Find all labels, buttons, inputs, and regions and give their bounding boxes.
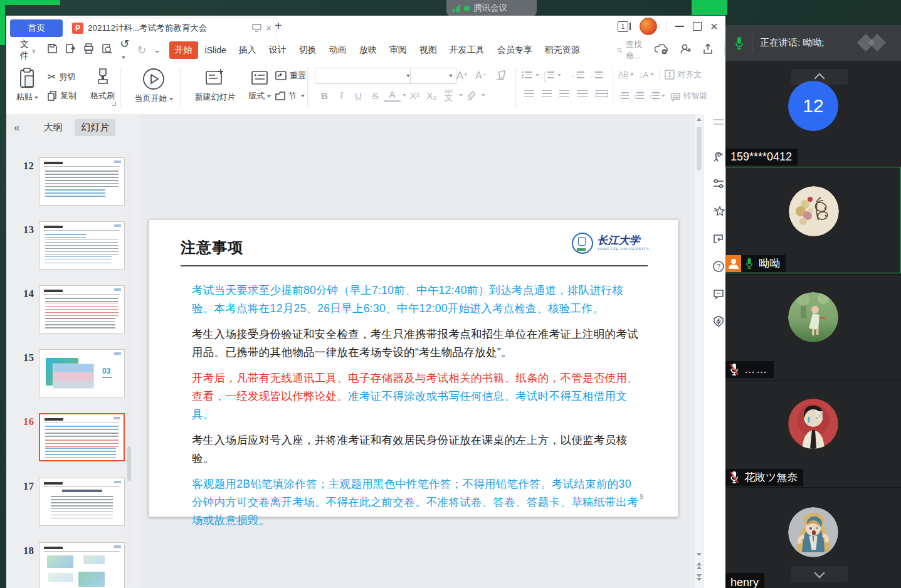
text-direction-button[interactable]: AB (618, 70, 634, 79)
account-avatar[interactable] (640, 18, 657, 35)
align-text-button[interactable]: 对齐文 (665, 69, 702, 80)
scroll-down-arrow[interactable] (697, 553, 702, 556)
desktop-meeting-pill[interactable]: 腾讯会议 (446, 0, 537, 16)
participant-tile-2-speaking[interactable]: 呦呦 (725, 167, 901, 273)
underline-button[interactable]: U (350, 88, 367, 103)
layout-button[interactable]: 版式 (246, 68, 273, 102)
close-button[interactable]: × (710, 20, 718, 33)
undo-button[interactable]: ↺ (116, 37, 133, 64)
slide-thumb-16-selected[interactable]: 16 (10, 413, 125, 461)
collapse-panel-icon[interactable]: « (14, 122, 19, 134)
slides-tab[interactable]: 幻灯片 (75, 119, 115, 136)
pinyin-guide-button[interactable]: wén文 (440, 88, 457, 103)
para-space-remove-button[interactable]: ↨ (634, 92, 645, 100)
participant-tile-3[interactable]: …… (725, 274, 901, 380)
numbered-list-button[interactable]: 123 (544, 71, 561, 79)
align-right-button[interactable] (559, 90, 569, 98)
print-button[interactable] (80, 43, 98, 57)
tab-transition[interactable]: 切换 (293, 41, 322, 59)
slide-page[interactable]: 注意事项 长江大学 YANGTZE UNIVERSITY 考试当天要求至少提前8… (149, 219, 678, 517)
cut-button[interactable]: ✂ 剪切 (48, 71, 75, 83)
clear-format-icon[interactable] (493, 68, 510, 83)
slide-thumb-15[interactable]: 15 03 (10, 349, 125, 397)
tab-animation[interactable]: 动画 (324, 41, 352, 59)
format-painter-button[interactable]: 格式刷 (90, 68, 115, 102)
align-left-button[interactable] (524, 90, 534, 98)
paste-button[interactable]: 粘贴 (16, 68, 38, 103)
decrease-font-button[interactable]: A⁻ (473, 68, 490, 83)
export-button[interactable] (61, 43, 80, 57)
tab-review[interactable]: 审阅 (384, 41, 413, 59)
outline-tab[interactable]: 大纲 (37, 119, 68, 136)
font-color-button[interactable]: A (384, 88, 401, 102)
tab-view[interactable]: 视图 (414, 41, 443, 59)
font-name-combo[interactable] (315, 68, 414, 84)
reset-button[interactable]: 重置 (275, 70, 306, 81)
participant-tile-5[interactable]: henry (725, 487, 901, 588)
scrollbar-thumb[interactable] (697, 127, 702, 171)
new-slide-button[interactable]: 新建幻灯片 (188, 68, 242, 103)
increase-indent-button[interactable]: → (589, 71, 603, 79)
slide-thumb-12[interactable]: 12 (10, 157, 125, 206)
font-size-combo[interactable] (410, 68, 456, 84)
share-icon[interactable] (702, 43, 714, 57)
document-tab[interactable]: P 202112计科...考试考前教育大会 × (66, 17, 277, 38)
italic-button[interactable]: I (333, 88, 350, 103)
next-slide-button[interactable] (695, 574, 703, 581)
tab-start[interactable]: 开始 (169, 41, 198, 59)
line-spacing-button[interactable]: ↕ (649, 92, 665, 100)
participant-tile-1[interactable]: 12 159****0412 (725, 61, 901, 167)
scroll-up-arrow[interactable] (697, 118, 702, 121)
tab-docer[interactable]: 稻壳资源 (539, 41, 586, 59)
strip-handle[interactable] (714, 119, 724, 125)
bold-button[interactable]: B (316, 88, 333, 103)
distribute-button[interactable] (596, 90, 608, 98)
superscript-button[interactable]: X² (406, 88, 423, 103)
customize-toolbar-icon[interactable]: ⌄ (150, 46, 164, 55)
align-center-button[interactable] (542, 90, 552, 98)
slide-thumb-14[interactable]: 14 (10, 285, 125, 333)
slide-thumb-17[interactable]: 17 (10, 478, 125, 526)
close-tab-icon[interactable]: × (266, 23, 271, 33)
doc-count-indicator[interactable]: 1 (618, 21, 631, 32)
tab-devtools[interactable]: 开发工具 (444, 41, 490, 59)
tab-member[interactable]: 会员专享 (492, 41, 538, 59)
canvas-scrollbar[interactable] (695, 114, 703, 588)
para-space-add-button[interactable]: ↕ (618, 92, 629, 100)
section-button[interactable]: 节 (275, 90, 305, 102)
vertical-text-button[interactable]: ↓A (639, 70, 654, 80)
to-smart-doc-button[interactable]: 转智能 (670, 90, 708, 102)
copy-button[interactable]: 复制 (48, 90, 76, 102)
find-command[interactable]: 查找命... (617, 39, 645, 61)
justify-button[interactable] (577, 90, 588, 98)
thumbs-scrollbar[interactable] (127, 152, 132, 584)
present-screen-icon[interactable] (252, 24, 261, 32)
increase-font-button[interactable]: A⁺ (454, 68, 471, 83)
save-button[interactable] (43, 43, 61, 57)
maximize-button[interactable] (693, 22, 702, 31)
decrease-indent-button[interactable]: ← (571, 71, 584, 79)
previous-slide-button[interactable] (695, 562, 703, 569)
tab-islide[interactable]: iSlide (199, 42, 232, 58)
file-menu[interactable]: 文件 (20, 39, 29, 61)
scroll-participants-down-button[interactable] (791, 566, 848, 582)
slide-thumb-18[interactable]: 18 (10, 542, 125, 588)
tab-slideshow[interactable]: 放映 (354, 41, 382, 59)
clipboard-dialog-launcher[interactable] (112, 102, 116, 106)
tab-design[interactable]: 设计 (263, 41, 292, 59)
tab-insert[interactable]: 插入 (233, 41, 262, 59)
highlight-button[interactable] (463, 88, 480, 103)
play-current-button[interactable]: 当页开始 (129, 68, 178, 104)
add-user-icon[interactable] (680, 43, 692, 57)
print-preview-button[interactable] (98, 43, 116, 57)
home-tab[interactable]: 首页 (10, 19, 63, 37)
new-tab-button[interactable]: + (275, 19, 282, 33)
minimize-button[interactable] (675, 26, 684, 27)
redo-button[interactable]: ↻ (133, 43, 150, 57)
participant-tile-4[interactable]: 花敗ツ無奈 (725, 381, 901, 486)
subscript-button[interactable]: X₂ (423, 88, 440, 103)
cloud-sync-icon[interactable] (655, 43, 670, 57)
bullet-list-button[interactable] (522, 71, 539, 79)
highlight-caret[interactable] (482, 94, 485, 97)
slide-thumb-13[interactable]: 13 (10, 221, 125, 270)
